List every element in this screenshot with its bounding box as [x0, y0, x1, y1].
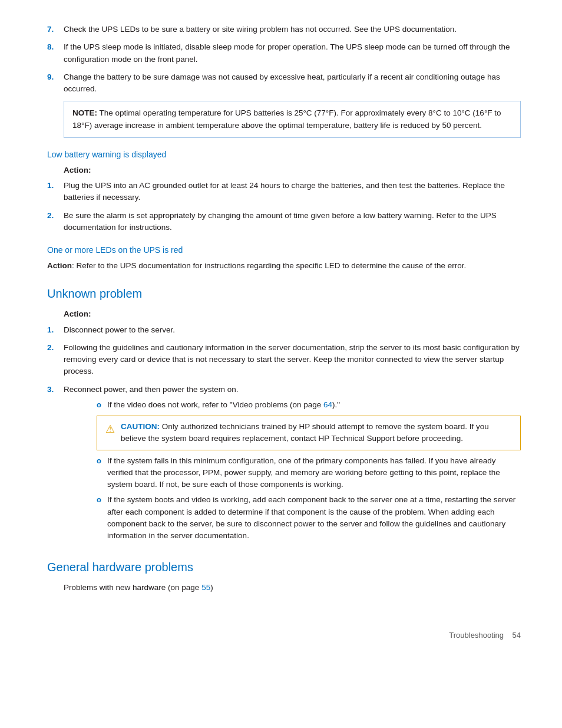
note-text: The optimal operating temperature for UP…: [72, 108, 501, 129]
led-heading: One or more LEDs on the UPS is red: [47, 244, 521, 256]
lb-item-number-2: 2.: [47, 210, 64, 234]
hardware-page-link[interactable]: 55: [201, 583, 210, 592]
low-battery-item-2: 2. Be sure the alarm is set appropriatel…: [47, 210, 521, 234]
numbered-item-8: 8. If the UPS sleep mode is initiated, d…: [47, 41, 521, 65]
lb-item-text-1: Plug the UPS into an AC grounded outlet …: [64, 180, 521, 204]
led-section: One or more LEDs on the UPS is red Actio…: [47, 244, 521, 272]
general-hardware-link-line: Problems with new hardware (on page 55): [64, 582, 521, 594]
video-bullet-text: If the video does not work, refer to "Vi…: [107, 399, 340, 411]
general-hardware-section: General hardware problems Problems with …: [47, 558, 521, 594]
low-battery-action-label: Action:: [64, 164, 521, 176]
caution-label: CAUTION:: [121, 422, 160, 431]
led-action-body: : Refer to the UPS documentation for ins…: [72, 261, 466, 270]
up-item-text-3: Reconnect power, and then power the syst…: [64, 385, 238, 394]
footer-text: Troubleshooting 54: [449, 630, 521, 641]
note-box: NOTE: The optimal operating temperature …: [64, 101, 521, 138]
item-number-9: 9.: [47, 71, 64, 95]
system-boots-bullet: o If the system boots and video is worki…: [97, 494, 521, 542]
video-bullet: o If the video does not work, refer to "…: [97, 399, 521, 411]
up-item-number-2: 2.: [47, 342, 64, 378]
item-text-7: Check the UPS LEDs to be sure a battery …: [64, 24, 521, 35]
bullet-icon-1: o: [97, 399, 107, 411]
lb-item-number-1: 1.: [47, 180, 64, 204]
general-hardware-heading: General hardware problems: [47, 558, 521, 576]
system-boots-text: If the system boots and video is working…: [107, 494, 521, 542]
caution-text: CAUTION: Only authorized technicians tra…: [121, 421, 512, 445]
low-battery-heading: Low battery warning is displayed: [47, 149, 521, 161]
caution-body: Only authorized technicians trained by H…: [121, 422, 489, 443]
system-fails-text: If the system fails in this minimum conf…: [107, 455, 521, 491]
numbered-item-7: 7. Check the UPS LEDs to be sure a batte…: [47, 24, 521, 35]
up-item-text-2: Following the guidelines and cautionary …: [64, 342, 521, 378]
video-page-link[interactable]: 64: [323, 400, 332, 409]
system-fails-bullet: o If the system fails in this minimum co…: [97, 455, 521, 491]
unknown-item-1: 1. Disconnect power to the server.: [47, 324, 521, 336]
unknown-problem-heading: Unknown problem: [47, 285, 521, 302]
note-label: NOTE:: [72, 108, 97, 117]
caution-triangle-icon: ⚠: [105, 421, 115, 437]
up-item-number-3: 3.: [47, 384, 64, 546]
hardware-link-before: Problems with new hardware (on page: [64, 583, 201, 592]
unknown-problem-section: Unknown problem Action: 1. Disconnect po…: [47, 285, 521, 545]
item-text-8: If the UPS sleep mode is initiated, disa…: [64, 41, 521, 65]
low-battery-section: Low battery warning is displayed Action:…: [47, 149, 521, 233]
bullet-icon-3: o: [97, 494, 107, 542]
item-number-8: 8.: [47, 41, 64, 65]
unknown-item-2: 2. Following the guidelines and cautiona…: [47, 342, 521, 378]
up-item-content-3: Reconnect power, and then power the syst…: [64, 384, 521, 546]
numbered-item-9: 9. Change the battery to be sure damage …: [47, 71, 521, 95]
item-text-9: Change the battery to be sure damage was…: [64, 71, 521, 95]
unknown-action-label: Action:: [64, 308, 521, 320]
lb-item-text-2: Be sure the alarm is set appropriately b…: [64, 210, 521, 234]
caution-box: ⚠ CAUTION: Only authorized technicians t…: [97, 416, 521, 450]
led-action-label: Action: [47, 261, 72, 270]
led-action-text: Action: Refer to the UPS documentation f…: [47, 260, 521, 272]
bullet-icon-2: o: [97, 455, 107, 491]
footer-section: Troubleshooting: [449, 631, 504, 640]
up-item-number-1: 1.: [47, 324, 64, 336]
item-number-7: 7.: [47, 24, 64, 35]
footer-page: 54: [513, 631, 521, 640]
hardware-link-after: ): [210, 583, 213, 592]
up-item-text-1: Disconnect power to the server.: [64, 324, 521, 336]
low-battery-item-1: 1. Plug the UPS into an AC grounded outl…: [47, 180, 521, 204]
page-footer: Troubleshooting 54: [47, 630, 521, 641]
unknown-item-3: 3. Reconnect power, and then power the s…: [47, 384, 521, 546]
